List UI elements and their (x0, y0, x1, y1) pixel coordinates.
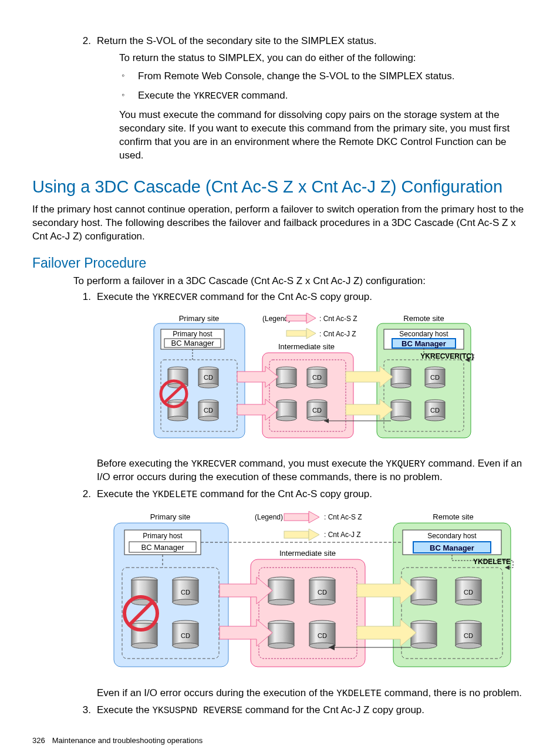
svg-point-48 (425, 383, 445, 388)
svg-rect-81 (284, 514, 309, 521)
svg-point-96 (268, 643, 294, 649)
sb-b: command for the Cnt Ac-S copy group. (197, 488, 372, 499)
svg-point-110 (456, 599, 481, 605)
d2-cntacs: : Cnt Ac-S Z (324, 513, 362, 521)
step-number: 3. (73, 704, 91, 717)
step-lead: Return the S-VOL of the secondary site t… (97, 35, 377, 46)
svg-point-89 (268, 599, 294, 605)
svg-rect-23 (262, 353, 353, 438)
failover-step-2: 2. Execute the YKDELETE command for the … (73, 488, 528, 700)
step2-bullet2: Execute the YKRECVER command. (119, 89, 528, 103)
section-intro: If the primary host cannot continue oper… (32, 203, 528, 244)
step-number: 1. (73, 291, 91, 304)
svg-marker-82 (309, 511, 319, 523)
prev-step-2: 2. Return the S-VOL of the secondary sit… (73, 35, 528, 163)
svg-rect-88 (268, 580, 294, 602)
sb-cmd: YKDELETE (153, 490, 198, 500)
svg-text:CD: CD (464, 632, 473, 639)
svg-rect-95 (268, 623, 294, 646)
svg-marker-84 (309, 529, 319, 541)
svg-point-55 (425, 416, 445, 421)
sc-b: command for the Cnt Ac-J Z copy group. (242, 704, 424, 715)
d2-cntacj: : Cnt Ac-J Z (324, 531, 361, 539)
svg-text:CD: CD (318, 589, 327, 596)
svg-rect-74 (131, 623, 157, 646)
svg-text:CD: CD (312, 374, 322, 381)
aa-a: Before executing the (97, 458, 191, 469)
sc-cmd: YKSUSPND REVERSE (153, 706, 243, 716)
failover-step-1: 1. Execute the YKRECVER command for the … (73, 291, 528, 484)
d2-intermediate: Intermediate site (279, 549, 336, 558)
svg-point-27 (276, 383, 296, 388)
page: 2. Return the S-VOL of the secondary sit… (0, 0, 560, 746)
aa-b: command, you must execute the (236, 458, 386, 469)
svg-point-16 (198, 416, 218, 421)
d1-primary-host: Primary host (173, 330, 212, 338)
svg-rect-21 (286, 330, 306, 336)
subsection-heading: Failover Procedure (32, 254, 528, 272)
page-number: 326 (32, 735, 50, 746)
footer-title: Maintenance and troubleshooting operatio… (52, 736, 203, 745)
svg-rect-83 (284, 531, 309, 538)
after-step2: Even if an I/O error occurs during the e… (97, 687, 528, 701)
sa-cmd: YKRECVER (153, 292, 198, 303)
svg-point-71 (173, 599, 198, 605)
aa-c1: YKRECVER (191, 459, 237, 470)
d1-bc1: BC Manager (171, 339, 215, 347)
svg-text:CD: CD (204, 407, 213, 414)
svg-rect-85 (251, 559, 365, 667)
after-step1: Before executing the YKRECVER command, y… (97, 457, 528, 485)
b2b: command. (238, 90, 288, 101)
d2-sec-host: Secondary host (427, 532, 477, 540)
ab-b: command, there is no problem. (382, 687, 522, 698)
step2-bullet1: From Remote Web Console, change the S-VO… (119, 70, 528, 83)
d1-primary-site: Primary site (179, 314, 220, 323)
d2-bc2: BC Manager (430, 544, 474, 552)
svg-point-9 (198, 383, 218, 388)
d1-sec-host: Secondary host (399, 330, 448, 338)
d2-remote-site: Remote site (433, 512, 473, 521)
step2-bullets: From Remote Web Console, change the S-VO… (119, 70, 528, 103)
svg-marker-20 (306, 313, 316, 323)
svg-point-34 (276, 416, 296, 421)
svg-text:CD: CD (430, 374, 440, 381)
failover-step-3: 3. Execute the YKSUSPND REVERSE command … (73, 704, 528, 718)
page-footer: 326 Maintenance and troubleshooting oper… (32, 735, 528, 746)
svg-text:CD: CD (181, 632, 190, 639)
step-number: 2. (73, 35, 91, 48)
diagram-svg-1: Primary site Primary host BC Manager CD … (148, 313, 477, 445)
svg-point-45 (391, 383, 411, 388)
d1-cntacs: : Cnt Ac-S Z (319, 315, 357, 323)
d2-legend: (Legend) (255, 513, 283, 521)
step-number: 2. (73, 488, 91, 501)
d2-primary-site: Primary site (150, 512, 191, 521)
svg-point-13 (168, 416, 188, 421)
ab-cmd: YKDELETE (336, 688, 382, 699)
svg-point-78 (173, 643, 198, 649)
sb-a: Execute the (97, 488, 153, 499)
diagram-svg-2: Primary site Primary host BC Manager CD … (107, 510, 518, 674)
d1-cntacj: : Cnt Ac-J Z (319, 330, 356, 338)
step2-sub1: To return the status to SIMPLEX, you can… (119, 52, 528, 65)
svg-text:CD: CD (464, 589, 473, 596)
d1-cmd: YKRECVER(TC) (420, 352, 474, 360)
b2a: Execute the (138, 90, 194, 101)
d1-intermediate: Intermediate site (278, 342, 335, 351)
failover-steps: 1. Execute the YKRECVER command for the … (32, 291, 528, 718)
svg-text:CD: CD (318, 632, 327, 639)
diagram-ykrecver: Primary site Primary host BC Manager CD … (148, 313, 477, 449)
prev-list: 2. Return the S-VOL of the secondary sit… (32, 35, 528, 163)
svg-text:CD: CD (204, 374, 213, 381)
svg-rect-113 (411, 623, 437, 646)
d1-remote-site: Remote site (403, 314, 444, 323)
step2-sub2: You must execute the command for dissolv… (119, 109, 528, 163)
svg-point-117 (456, 643, 481, 649)
ab-a: Even if an I/O error occurs during the e… (97, 687, 336, 698)
step2-sub: To return the status to SIMPLEX, you can… (119, 52, 528, 163)
svg-text:CD: CD (312, 407, 322, 414)
svg-text:CD: CD (181, 589, 190, 596)
d2-primary-host: Primary host (143, 532, 183, 540)
svg-text:CD: CD (430, 407, 440, 414)
svg-point-92 (309, 599, 335, 605)
aa-c2: YKQUERY (386, 459, 426, 470)
